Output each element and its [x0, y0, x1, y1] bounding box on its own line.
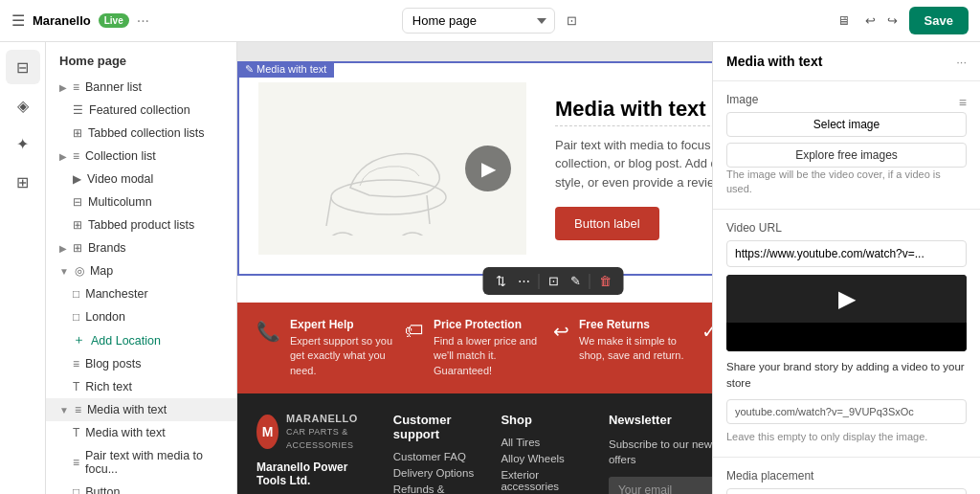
sidebar-icon-theme[interactable]: ◈: [6, 88, 40, 123]
svg-line-3: [326, 197, 331, 226]
footer-logo-icon: M: [256, 415, 278, 449]
right-image-label-row: Image ≡: [726, 93, 967, 112]
media-cta-button[interactable]: Button label: [555, 207, 659, 240]
select-image-btn[interactable]: Select image: [726, 112, 967, 137]
multicolumn-icon: ⊟: [73, 195, 82, 209]
sidebar-icon-apps[interactable]: ⊞: [6, 165, 40, 199]
topbar-more-dots[interactable]: ···: [137, 12, 149, 30]
live-badge: Live: [99, 13, 129, 28]
nav-item-tabbed-product[interactable]: ▶ ⊞ Tabbed product lists: [46, 213, 236, 236]
toolbar-duplicate-btn[interactable]: ⊡: [544, 271, 564, 291]
nav-label-brands: Brands: [88, 241, 126, 255]
right-panel-title: Media with text: [726, 54, 822, 69]
save-button[interactable]: Save: [909, 7, 969, 34]
nav-label-featured-collection: Featured collection: [89, 103, 190, 117]
blog-icon: ≡: [73, 357, 79, 370]
toolbar-delete-btn[interactable]: 🗑: [594, 271, 616, 291]
media-desc: Pair text with media to focus on your ch…: [555, 136, 712, 192]
nav-item-map[interactable]: ▼ ◎ Map: [46, 259, 236, 282]
nav-item-blog-posts[interactable]: ▶ ≡ Blog posts: [46, 352, 236, 375]
newsletter-input[interactable]: [609, 477, 712, 494]
expand-icon: ▶: [59, 82, 67, 93]
sidebar-icon-media[interactable]: ✦: [6, 126, 40, 161]
nav-item-london[interactable]: □ London: [46, 305, 236, 328]
right-panel-more-btn[interactable]: ···: [956, 55, 967, 69]
devices-icon[interactable]: 🖥: [834, 10, 854, 32]
toolbar-divider: [539, 274, 540, 289]
trust-icon-check: ✓: [702, 320, 712, 343]
tabs2-icon: ⊞: [73, 218, 82, 232]
nav-label-manchester: Manchester: [85, 287, 147, 301]
footer-link-exterior[interactable]: Exterior accessories: [501, 469, 586, 492]
toolbar-edit-btn[interactable]: ✎: [566, 271, 586, 291]
canvas-area[interactable]: ✎ Media with text: [237, 42, 712, 494]
pin2-icon: □: [73, 310, 79, 324]
icon-sidebar-toggle[interactable]: ☰: [11, 11, 25, 30]
nav-label-video-modal: Video modal: [87, 172, 153, 186]
floating-toolbar: ⇅ ⋯ ⊡ ✎ 🗑: [483, 267, 624, 295]
nav-item-collection-list[interactable]: ▶ ≡ Collection list: [46, 145, 236, 168]
right-panel-header: Media with text ···: [713, 42, 980, 81]
main-layout: ⊟ ◈ ✦ ⊞ Home page ▶ ≡ Banner list ▶ ☰ Fe…: [0, 42, 980, 494]
nav-label-media-with-text: Media with text: [87, 403, 167, 416]
explore-images-btn[interactable]: Explore free images: [726, 143, 967, 168]
footer-logo: M maranelloCAR PARTS & ACCESSORIES: [256, 413, 370, 451]
right-placement-section: Media placement Media first Media last O…: [713, 458, 980, 494]
nav-label-london: London: [85, 310, 125, 324]
nav-item-featured-collection[interactable]: ▶ ☰ Featured collection: [46, 99, 236, 122]
list2-icon: ≡: [73, 149, 79, 163]
list-icon: ≡: [73, 80, 79, 94]
footer-link-refunds[interactable]: Refunds & Returns: [393, 483, 479, 494]
toolbar-divider2: [590, 274, 590, 289]
newsletter-input-row: Subscribe: [609, 477, 712, 494]
nav-item-video-modal[interactable]: ▶ ▶ Video modal: [46, 168, 236, 191]
image-label: Image: [726, 93, 758, 106]
video-icon: ▶: [73, 172, 81, 186]
footer-col-support-title: Customer support: [393, 413, 479, 441]
play-btn[interactable]: ▶: [465, 146, 511, 191]
add-location-btn[interactable]: ＋ Add Location: [46, 328, 236, 352]
footer-link-wheels[interactable]: Alloy Wheels: [501, 453, 586, 464]
text-icon: T: [73, 380, 79, 393]
youtube-url-display[interactable]: [726, 399, 967, 424]
map-icon: ◎: [75, 264, 84, 278]
nav-item-tabbed-collection[interactable]: ▶ ⊞ Tabbed collection lists: [46, 122, 236, 145]
fullscreen-icon[interactable]: ⊡: [563, 10, 581, 32]
grid-icon: ☰: [73, 103, 83, 117]
icon-sidebar: ⊟ ◈ ✦ ⊞: [0, 42, 46, 494]
footer-brand: M maranelloCAR PARTS & ACCESSORIES Maran…: [256, 413, 370, 494]
media-with-text-section[interactable]: ▶ Media with text Pair text with media t…: [237, 61, 712, 276]
nav-item-banner-list[interactable]: ▶ ≡ Banner list: [46, 76, 236, 99]
video-play-icon: ▶: [838, 285, 856, 312]
redo-button[interactable]: ↪: [883, 10, 902, 32]
nav-item-media-with-text[interactable]: ▼ ≡ Media with text: [46, 398, 236, 421]
nav-item-multicolumn[interactable]: ▶ ⊟ Multicolumn: [46, 191, 236, 213]
toolbar-settings-btn[interactable]: ⋯: [513, 271, 535, 291]
pair-icon: ≡: [73, 456, 79, 469]
media-placeholder[interactable]: ▶: [258, 82, 526, 255]
nav-header: Home page: [46, 42, 236, 76]
footer-link-delivery[interactable]: Delivery Options: [393, 467, 479, 479]
nav-item-rich-text[interactable]: ▶ T Rich text: [46, 375, 236, 398]
nav-item-media-child[interactable]: T Media with text: [46, 421, 236, 444]
svg-point-2: [395, 233, 430, 236]
trust-title-price: Price Protection: [434, 318, 553, 331]
footer-link-faq[interactable]: Customer FAQ: [393, 451, 479, 462]
image-note: The image will be the video cover, if a …: [726, 168, 967, 197]
page-select[interactable]: Home page: [402, 8, 555, 34]
nav-item-manchester[interactable]: □ Manchester: [46, 282, 236, 305]
nav-item-button[interactable]: □ Button: [46, 481, 236, 494]
footer-link-tires[interactable]: All Tires: [501, 437, 586, 448]
media-title[interactable]: Media with text: [555, 97, 712, 126]
footer-newsletter-desc: Subscribe to our newsletter and receive …: [609, 437, 712, 467]
leave-empty-note: Leave this empty to only display the ima…: [726, 430, 967, 444]
video-url-input[interactable]: [726, 240, 967, 267]
toolbar-move-btn[interactable]: ⇅: [491, 271, 511, 291]
undo-button[interactable]: ↩: [861, 10, 880, 32]
trust-item-trustscore: ✓ TrustScore 5.0 Over 3000 Trustpilot re…: [702, 318, 712, 378]
footer-newsletter-title: Newsletter: [609, 413, 712, 427]
placement-select[interactable]: Media first Media last: [726, 488, 967, 494]
sidebar-icon-pages[interactable]: ⊟: [6, 50, 40, 84]
nav-item-pair-text[interactable]: ≡ Pair text with media to focu...: [46, 444, 236, 481]
nav-item-brands[interactable]: ▶ ⊞ Brands: [46, 236, 236, 259]
